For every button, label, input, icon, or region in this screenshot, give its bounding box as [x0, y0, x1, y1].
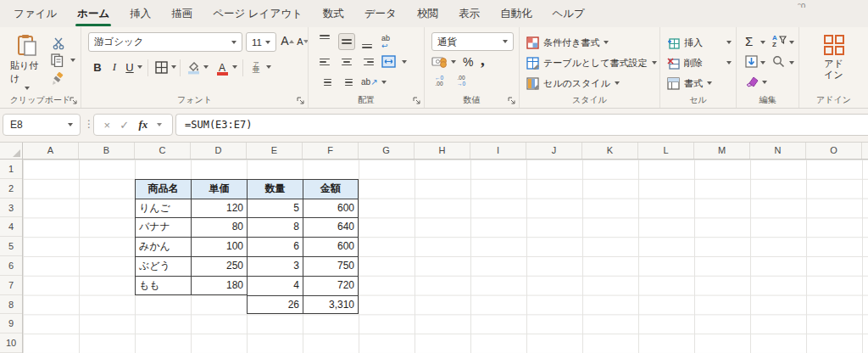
insert-function-icon[interactable]: fx — [138, 118, 147, 132]
number-dialog-launcher-icon[interactable] — [508, 97, 515, 104]
font-color-button[interactable]: A — [214, 58, 231, 76]
tab-home[interactable]: ホーム — [69, 0, 118, 27]
name-box[interactable]: E8 — [3, 114, 81, 136]
formula-input[interactable]: =SUM(E3:E7) — [175, 114, 868, 136]
font-size-combo[interactable]: 11 — [246, 32, 276, 52]
phonetic-dropdown-chevron[interactable] — [266, 65, 271, 69]
wrap-text-button[interactable]: ab↩ — [381, 35, 390, 50]
fill-color-dropdown-chevron[interactable] — [203, 65, 209, 69]
delete-cells-button[interactable]: 削除 — [667, 54, 732, 71]
cell-C4[interactable]: バナナ — [135, 217, 191, 237]
sort-filter-dropdown-chevron[interactable] — [789, 41, 794, 44]
cell-D4[interactable]: 80 — [191, 217, 247, 237]
cell-E3[interactable]: 5 — [247, 199, 303, 218]
cancel-icon[interactable]: × — [104, 119, 111, 132]
accounting-format-button[interactable] — [431, 56, 448, 70]
cell-E2[interactable]: 数量 — [247, 179, 303, 199]
bold-button[interactable]: B — [90, 58, 105, 76]
tab-page-layout[interactable]: ページ レイアウト — [204, 0, 311, 27]
cell-C6[interactable]: ぶどう — [135, 256, 191, 276]
tab-formulas[interactable]: 数式 — [314, 0, 353, 27]
find-select-button[interactable] — [772, 55, 785, 71]
merge-center-button[interactable] — [381, 55, 396, 71]
tab-draw[interactable]: 描画 — [163, 0, 201, 27]
cell-F6[interactable]: 750 — [303, 256, 359, 276]
copy-dropdown-chevron[interactable] — [70, 59, 75, 62]
align-right-button[interactable] — [359, 53, 376, 70]
cell-D5[interactable]: 100 — [191, 237, 247, 256]
tab-file[interactable]: ファイル — [5, 0, 65, 27]
tab-data[interactable]: データ — [356, 0, 405, 27]
increase-decimal-button[interactable]: ←0.00 — [435, 75, 443, 87]
tab-review[interactable]: 校閲 — [409, 0, 447, 27]
cell-E7[interactable]: 4 — [247, 276, 303, 295]
tab-automate[interactable]: 自動化 — [492, 0, 541, 27]
clipboard-dialog-launcher-icon[interactable] — [70, 97, 77, 104]
addins-button[interactable]: アド イン — [823, 34, 845, 81]
percent-style-button[interactable]: % — [463, 55, 473, 69]
font-color-dropdown-chevron[interactable] — [232, 65, 237, 69]
borders-button[interactable] — [153, 58, 170, 76]
borders-dropdown-chevron[interactable] — [171, 65, 176, 69]
fill-dropdown-chevron[interactable] — [760, 61, 765, 64]
cell-D3[interactable]: 120 — [191, 199, 247, 218]
cell-D6[interactable]: 250 — [191, 256, 247, 276]
cell-F2[interactable]: 金額 — [303, 179, 359, 199]
autosum-button[interactable]: Σ — [745, 34, 753, 48]
copy-button[interactable] — [49, 53, 64, 68]
phonetic-guide-button[interactable]: ア 亜 — [248, 58, 264, 76]
decrease-decimal-button[interactable]: .00→0 — [457, 75, 465, 87]
cell-C5[interactable]: みかん — [135, 237, 191, 256]
tab-view[interactable]: 表示 — [450, 0, 488, 27]
cell-F5[interactable]: 600 — [303, 237, 359, 256]
font-name-combo[interactable]: 游ゴシック — [88, 32, 242, 52]
orientation-dropdown-chevron[interactable] — [381, 81, 387, 84]
decrease-indent-button[interactable] — [317, 74, 334, 91]
autosum-dropdown-chevron[interactable] — [760, 41, 765, 44]
font-dialog-launcher-icon[interactable] — [297, 97, 304, 104]
cell-styles-button[interactable]: セルのスタイル — [526, 75, 620, 92]
sort-filter-button[interactable]: A Z — [772, 34, 787, 51]
find-dropdown-chevron[interactable] — [789, 61, 794, 64]
tab-help[interactable]: ヘルプ — [543, 0, 593, 27]
accounting-dropdown-chevron[interactable] — [451, 60, 456, 64]
fill-color-button[interactable] — [185, 58, 202, 76]
cell-F3[interactable]: 600 — [303, 199, 359, 218]
fx-dropdown-chevron[interactable] — [157, 123, 162, 126]
format-as-table-button[interactable]: テーブルとして書式設定 — [526, 54, 657, 71]
tab-insert[interactable]: 挿入 — [121, 0, 159, 27]
align-top-button[interactable] — [317, 33, 334, 50]
conditional-formatting-button[interactable]: 条件付き書式 — [526, 34, 609, 51]
format-cells-button[interactable]: 書式 — [667, 75, 712, 92]
cell-C2[interactable]: 商品名 — [135, 179, 191, 199]
cell-D7[interactable]: 180 — [191, 276, 247, 295]
increase-indent-button[interactable] — [338, 74, 355, 91]
underline-button[interactable]: U — [122, 58, 137, 76]
paste-dropdown-chevron[interactable] — [25, 87, 30, 90]
increase-font-button[interactable]: A — [280, 34, 295, 48]
enter-icon[interactable]: ✓ — [120, 119, 129, 132]
cell-D2[interactable]: 単価 — [191, 179, 247, 199]
align-middle-button[interactable] — [338, 33, 355, 50]
clear-button[interactable] — [745, 76, 759, 91]
cell-F4[interactable]: 640 — [303, 217, 359, 237]
cell-E8[interactable]: 26 — [247, 295, 303, 315]
cell-C3[interactable]: りんご — [135, 199, 191, 218]
cell-C7[interactable]: もも — [135, 276, 191, 295]
align-bottom-button[interactable] — [359, 33, 376, 50]
cell-E4[interactable]: 8 — [247, 217, 303, 237]
alignment-dialog-launcher-icon[interactable] — [413, 97, 420, 104]
insert-cells-button[interactable]: 挿入 — [667, 34, 732, 51]
format-painter-button[interactable] — [50, 71, 65, 87]
cell-F7[interactable]: 720 — [303, 276, 359, 295]
fill-button[interactable] — [745, 55, 758, 71]
paste-button[interactable]: 貼り付け — [10, 34, 44, 93]
cell-E6[interactable]: 3 — [247, 256, 303, 276]
comma-style-button[interactable]: , — [481, 51, 485, 70]
underline-dropdown-chevron[interactable] — [137, 65, 142, 69]
merge-dropdown-chevron[interactable] — [402, 60, 407, 64]
number-format-combo[interactable]: 通貨 — [431, 32, 514, 51]
clear-dropdown-chevron[interactable] — [762, 81, 767, 84]
cell-E5[interactable]: 6 — [247, 237, 303, 256]
align-center-button[interactable] — [338, 53, 355, 70]
